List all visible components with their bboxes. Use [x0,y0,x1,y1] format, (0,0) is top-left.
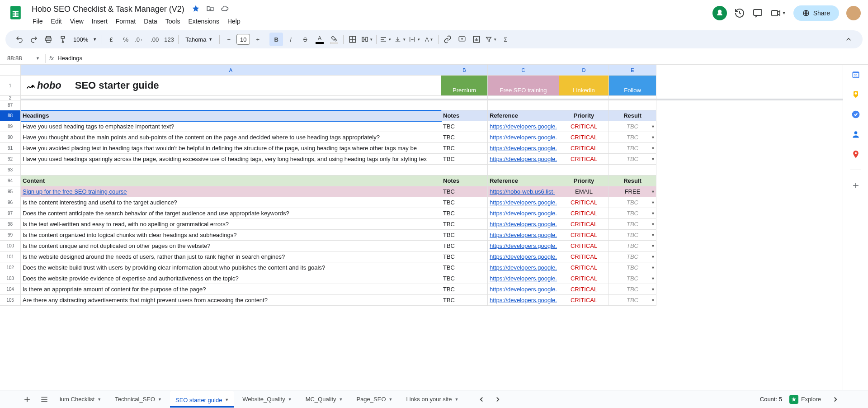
cell-result[interactable]: TBC▼ [609,251,656,262]
side-panel-toggle[interactable] [828,392,843,407]
cell-question[interactable]: Is the website designed around the needs… [21,251,441,262]
cell-reference-link[interactable]: https://developers.google. [488,262,559,273]
cell-notes[interactable]: TBC [441,154,488,165]
cell-notes[interactable]: TBC [441,295,488,306]
linkedin-link[interactable]: Linkedin [559,76,609,96]
cell-question[interactable]: Have you used headings sparingly across … [21,154,441,165]
chevron-down-icon[interactable]: ▼ [651,135,655,140]
doc-title[interactable]: Hobo SEO Checklist & Task Manager (V2) [29,4,187,15]
zoom-select[interactable]: 100%▼ [71,36,99,43]
redo-button[interactable] [27,33,41,46]
cell-priority[interactable]: CRITICAL [559,284,609,295]
keep-icon[interactable] [851,90,860,99]
font-select[interactable]: Tahoma▼ [181,36,217,43]
grid[interactable]: A B C D E 1 hobo SEO starter guide Premi… [0,65,843,390]
sheet-tab-links-on-your-site[interactable]: Links on your site▼ [401,391,464,408]
sheet-tab-mc-quality[interactable]: MC_Quality▼ [300,391,349,408]
v-align-button[interactable]: ▼ [393,33,407,46]
filter-button[interactable]: ▼ [484,33,498,46]
undo-button[interactable] [13,33,26,46]
cell-priority[interactable]: CRITICAL [559,230,609,241]
tasks-icon[interactable] [851,110,860,119]
share-button[interactable]: Share [793,5,839,21]
col-header-b[interactable]: B [441,65,488,76]
follow-link[interactable]: Follow [609,76,656,96]
cell-result[interactable]: TBC▼ [609,230,656,241]
decrease-decimal-button[interactable]: .0← [133,33,147,46]
row-header-96[interactable]: 96 [0,197,21,208]
cell-reference-link[interactable]: https://developers.google. [488,273,559,284]
row-header-90[interactable]: 90 [0,132,21,143]
user-avatar[interactable] [846,6,861,20]
menu-format[interactable]: Format [112,16,139,27]
cell-result[interactable]: TBC▼ [609,121,656,132]
cell-reference-hdr[interactable]: Reference [488,110,559,121]
sheet-tab-ium-checklist[interactable]: ium Checklist▼ [54,391,107,408]
cell-priority[interactable]: CRITICAL [559,208,609,219]
cell-priority[interactable]: CRITICAL [559,121,609,132]
wrap-button[interactable]: ▼ [408,33,421,46]
explore-button[interactable]: Explore [789,395,821,404]
chevron-down-icon[interactable]: ▼ [455,397,459,402]
text-color-button[interactable]: A [313,33,326,46]
more-formats-button[interactable]: 123 [162,33,176,46]
row-header-88[interactable]: 88 [0,110,21,121]
chevron-down-icon[interactable]: ▼ [225,398,229,402]
row-header-87[interactable]: 87 [0,100,21,110]
row-header-104[interactable]: 104 [0,284,21,295]
col-header-e[interactable]: E [609,65,656,76]
tab-scroll-right[interactable] [491,392,505,407]
cell-headings[interactable]: Headings [21,110,441,121]
meet-icon[interactable]: ▼ [770,8,786,19]
print-button[interactable] [42,33,55,46]
star-icon[interactable] [192,5,200,14]
cell-priority[interactable]: CRITICAL [559,251,609,262]
row-header-93[interactable]: 93 [0,165,21,176]
menu-help[interactable]: Help [224,16,244,27]
tab-scroll-left[interactable] [474,392,489,407]
chevron-down-icon[interactable]: ▼ [651,146,655,151]
contacts-icon[interactable] [851,130,860,139]
cell-result[interactable]: TBC▼ [609,143,656,154]
chevron-down-icon[interactable]: ▼ [288,397,292,402]
cell-result[interactable]: TBC▼ [609,262,656,273]
row-header-89[interactable]: 89 [0,121,21,132]
row-header-95[interactable]: 95 [0,186,21,197]
chevron-down-icon[interactable]: ▼ [389,397,393,402]
chevron-down-icon[interactable]: ▼ [651,266,655,270]
select-all-corner[interactable] [0,65,21,76]
cell-result[interactable]: TBC▼ [609,197,656,208]
cell-notes[interactable]: TBC [441,121,488,132]
cell-result[interactable]: TBC▼ [609,132,656,143]
row-header-92[interactable]: 92 [0,154,21,165]
cell-reference-link[interactable]: https://developers.google. [488,241,559,251]
calendar-icon[interactable]: 31 [851,70,860,79]
maps-icon[interactable] [851,150,860,159]
cell-notes-hdr[interactable]: Notes [441,110,488,121]
cell-notes[interactable]: TBC [441,273,488,284]
cell-notes[interactable]: TBC [441,230,488,241]
sheet-tab-page-seo[interactable]: Page_SEO▼ [351,391,398,408]
chevron-down-icon[interactable]: ▼ [651,255,655,259]
menu-view[interactable]: View [66,16,87,27]
cell-question[interactable]: Is the text well-written and easy to rea… [21,219,441,230]
increase-decimal-button[interactable]: .00 [148,33,161,46]
row-header-103[interactable]: 103 [0,273,21,284]
add-icon[interactable] [851,181,860,190]
rotate-button[interactable]: A▼ [422,33,436,46]
chevron-down-icon[interactable]: ▼ [651,124,655,129]
row-header-105[interactable]: 105 [0,295,21,306]
cell-question[interactable]: Have you used heading tags to emphasize … [21,121,441,132]
cell-reference-link[interactable]: https://developers.google. [488,132,559,143]
history-icon[interactable] [734,8,745,19]
row-header-99[interactable]: 99 [0,230,21,241]
cell-notes[interactable]: TBC [441,197,488,208]
cell-priority[interactable]: CRITICAL [559,262,609,273]
fill-color-button[interactable] [327,33,341,46]
chevron-down-icon[interactable]: ▼ [651,298,655,303]
cell-notes[interactable]: TBC [441,143,488,154]
currency-button[interactable]: £ [104,33,118,46]
chevron-down-icon[interactable]: ▼ [651,157,655,161]
cell-result[interactable]: TBC▼ [609,154,656,165]
cell-result[interactable]: TBC▼ [609,284,656,295]
